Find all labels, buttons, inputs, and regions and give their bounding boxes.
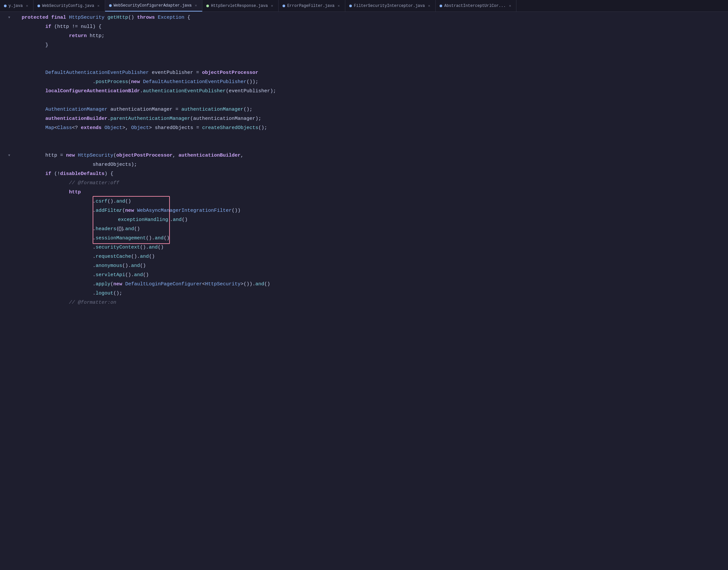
code-line-2: if (http != null) { (22, 22, 728, 31)
keyword-protected: protected (22, 13, 48, 22)
tab-close-icon[interactable]: ✕ (25, 4, 29, 8)
gutter-line-32 (0, 298, 11, 307)
method-auth-event-pub: authenticationEventPublisher (143, 87, 226, 96)
gutter-line-31 (0, 289, 11, 298)
tab-close-icon[interactable]: ✕ (96, 4, 101, 8)
type-httpsecurity: HttpSecurity (69, 13, 105, 22)
angle-close2: > sharedObjects = (149, 123, 202, 132)
code-line-16: http = new HttpSecurity ( objectPostProc… (22, 151, 728, 160)
space (105, 13, 108, 22)
code-line-15 (22, 142, 728, 151)
gutter-line-19 (0, 179, 11, 188)
paren-args2: ( (113, 151, 116, 160)
tab-errorpage[interactable]: ErrorPageFilter.java ✕ (279, 0, 345, 11)
code-line-14 (22, 132, 728, 142)
indent (22, 234, 93, 243)
paren-close-apply: ()). (243, 280, 255, 289)
tab-close-icon[interactable]: ✕ (508, 4, 512, 8)
gutter-line-3 (0, 31, 11, 41)
paren-security: (). (140, 243, 149, 252)
method-anonymous: anonymous (96, 261, 122, 271)
code-line-20: http (22, 188, 728, 197)
space (134, 13, 137, 22)
code-area: ▼ ▼ (0, 12, 728, 570)
paren-request: (). (131, 252, 140, 261)
space (102, 123, 105, 132)
indent (22, 298, 69, 307)
code-line-31: . logout (); (22, 289, 728, 298)
paren-open: ( (128, 77, 131, 87)
highlighted-exception-handling: . exceptionHandling () (93, 196, 170, 244)
type-map: Map (45, 123, 54, 132)
paren-and-exception: () (182, 215, 188, 225)
tab-y-java[interactable]: y.java ✕ (0, 0, 33, 11)
paren-call2: (); (258, 123, 267, 132)
paren-and-security: () (158, 243, 164, 252)
gutter-line-37 (0, 344, 11, 353)
fold-arrow-2[interactable]: ▼ (7, 154, 11, 158)
indent (22, 206, 93, 215)
gutter-line-4 (0, 41, 11, 50)
indent (22, 252, 93, 261)
keyword-final: final (51, 13, 66, 22)
gutter-line-14 (0, 132, 11, 142)
keyword-new: new (131, 77, 140, 87)
indent (22, 215, 93, 225)
indent: } (22, 41, 48, 50)
tab-close-icon[interactable]: ✕ (336, 4, 341, 8)
method-servlet-api: servletApi (96, 271, 125, 280)
gutter-line-23 (0, 215, 11, 225)
indent (22, 22, 45, 31)
tab-httpservlet[interactable]: HttpServletResponse.java ✕ (202, 0, 279, 11)
dot-request: . (93, 252, 96, 261)
paren-close: ()); (246, 77, 258, 87)
gutter-line-24 (0, 225, 11, 234)
method-and-security: and (149, 243, 158, 252)
code-line-7: DefaultAuthenticationEventPublisher even… (22, 68, 728, 77)
space (122, 280, 125, 289)
gutter-line-40 (0, 372, 11, 381)
keyword-new4: new (113, 280, 122, 289)
tab-filtersecurity[interactable]: FilterSecurityInterceptor.java ✕ (345, 0, 435, 11)
indent (22, 160, 93, 170)
gutter-line-27 (0, 252, 11, 261)
tab-icon-abstractintercept (439, 5, 442, 7)
var-disable-defaults: disableDefaults (60, 170, 105, 179)
space: { (184, 13, 190, 22)
dot-apply: . (93, 280, 96, 289)
paren-exception: () (118, 226, 124, 232)
angle-httpsecurity: < (202, 280, 205, 289)
gutter-line-5 (0, 50, 11, 59)
type-default-auth-2: DefaultAuthenticationEventPublisher (143, 77, 246, 87)
method-and-servlet: and (134, 271, 143, 280)
indent (22, 271, 93, 280)
method-parent-auth: parentAuthenticationManager (111, 114, 190, 123)
gutter-line-29 (0, 271, 11, 280)
dot-and-exception: . (170, 215, 173, 225)
gutter-line-26 (0, 243, 11, 252)
method-and-anonymous: and (131, 261, 140, 271)
space (66, 13, 69, 22)
code-line-1: protected final HttpSecurity getHttp () … (22, 13, 728, 22)
indent (22, 123, 45, 132)
gutter-line-8 (0, 77, 11, 87)
tabs-bar: y.java ✕ WebSecurityConfig.java ✕ WebSec… (0, 0, 728, 12)
tab-close-icon[interactable]: ✕ (270, 4, 274, 8)
var-objectpostprocessor: objectPostProcessor (202, 68, 258, 77)
paren-anonymous: (). (122, 261, 131, 271)
var-auth-builder: authenticationBuilder (45, 114, 108, 123)
gutter-line-9 (0, 87, 11, 96)
paren-args: (authenticationManager); (190, 114, 261, 123)
tab-close-icon[interactable]: ✕ (427, 4, 431, 8)
tab-close-icon[interactable]: ✕ (193, 3, 198, 8)
fold-arrow[interactable]: ▼ (7, 16, 11, 20)
dot-postprocess: . (93, 77, 96, 87)
space (75, 151, 78, 160)
space (155, 13, 158, 22)
tab-abstractintercept[interactable]: AbstractInterceptUrlCor... ✕ (435, 0, 516, 11)
tab-websecurity[interactable]: WebSecurityConfig.java ✕ (33, 0, 105, 11)
tab-webconfigurer[interactable]: WebSecurityConfigurerAdapter.java ✕ (105, 0, 203, 11)
paren-args: (eventPublisher); (226, 87, 276, 96)
method-logout: logout (96, 289, 113, 298)
gutter-line-33 (0, 307, 11, 316)
